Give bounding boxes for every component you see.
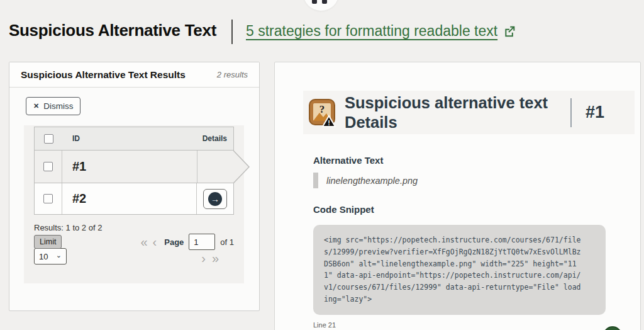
details-panel: ? ! Suspicious alternative text Details … [274, 62, 641, 330]
table-header-row: ID Details [34, 127, 234, 151]
dismiss-label: Dismiss [43, 101, 73, 111]
limit-button[interactable]: Limit [34, 235, 62, 249]
logo-circle [303, 0, 339, 11]
strategies-link-label: 5 strategies for formatting readable tex… [246, 23, 497, 40]
details-divider [570, 98, 572, 127]
details-header-band: ? ! Suspicious alternative text Details … [303, 91, 635, 134]
row-id: #2 [62, 183, 196, 214]
line-number-label: Line 21 [313, 321, 606, 329]
logo-dot-icon [322, 0, 327, 4]
details-title: Suspicious alternative text Details [345, 93, 568, 132]
row-check-cell [35, 183, 62, 214]
next-page-icon[interactable]: › [201, 252, 206, 265]
table-row[interactable]: #1 [34, 151, 234, 183]
row-checkbox[interactable] [43, 162, 53, 171]
limit-select[interactable]: 10 ⌄ [34, 248, 67, 265]
table-controls: Limit 10 ⌄ « ‹ Page of 1 › [34, 235, 234, 265]
results-table-section: ID Details #1 [24, 125, 244, 283]
row-checkbox[interactable] [43, 194, 53, 203]
green-action-button-partial[interactable] [603, 326, 622, 330]
code-snippet: <img src="https://popetech.instructure.c… [313, 225, 606, 315]
external-link-icon [503, 25, 516, 38]
svg-text:?: ? [319, 103, 325, 115]
page-number-input[interactable] [189, 234, 215, 250]
page-of-label: of 1 [220, 237, 234, 247]
alternative-text-value: linelengthexample.png [326, 176, 418, 186]
code-snippet-heading: Code Snippet [313, 204, 606, 215]
arrow-right-icon: → [208, 192, 222, 206]
header-divider [231, 20, 233, 44]
results-panel: Suspicious Alternative Text Results 2 re… [9, 62, 260, 311]
prev-page-icon[interactable]: ‹ [153, 236, 157, 248]
selected-row-pennant-icon [233, 150, 250, 184]
column-header-id: ID [62, 134, 189, 143]
results-panel-header: Suspicious Alternative Text Results 2 re… [9, 62, 259, 88]
chevron-down-icon: ⌄ [56, 251, 62, 259]
suspicious-image-icon: ? ! [308, 98, 336, 127]
pagination: « ‹ Page of 1 › » [140, 234, 234, 265]
table-header-check-cell [35, 134, 62, 144]
logo-dot-icon [312, 0, 317, 4]
results-table: ID Details #1 [34, 127, 234, 215]
limit-value: 10 [39, 252, 48, 261]
dismiss-button[interactable]: ✕ Dismiss [26, 97, 80, 115]
select-all-checkbox[interactable] [44, 134, 53, 144]
close-icon: ✕ [33, 102, 39, 110]
table-row[interactable]: #2 → [34, 183, 234, 215]
alternative-text-quote: linelengthexample.png [313, 173, 606, 188]
row-details-cell: → [196, 183, 233, 214]
quote-bar [313, 173, 318, 188]
page-title: Suspicious Alternative Text [9, 21, 216, 40]
row-details-button[interactable]: → [203, 189, 227, 209]
results-panel-title: Suspicious Alternative Text Results [21, 69, 186, 81]
row-check-cell [35, 151, 62, 183]
strategies-link[interactable]: 5 strategies for formatting readable tex… [246, 23, 516, 40]
column-header-details: Details [189, 134, 233, 143]
results-count: 2 results [217, 70, 248, 79]
results-summary: Results: 1 to 2 of 2 [34, 223, 234, 232]
alternative-text-heading: Alternative Text [313, 155, 606, 166]
page-label: Page [164, 237, 184, 247]
row-id: #1 [62, 151, 197, 183]
page: Suspicious Alternative Text 5 strategies… [0, 0, 644, 330]
first-page-icon[interactable]: « [140, 236, 147, 248]
details-content: Alternative Text linelengthexample.png C… [313, 155, 606, 329]
result-number: #1 [586, 103, 604, 122]
row-details-cell [197, 151, 234, 183]
last-page-icon[interactable]: » [212, 252, 219, 265]
svg-text:!: ! [328, 118, 330, 126]
